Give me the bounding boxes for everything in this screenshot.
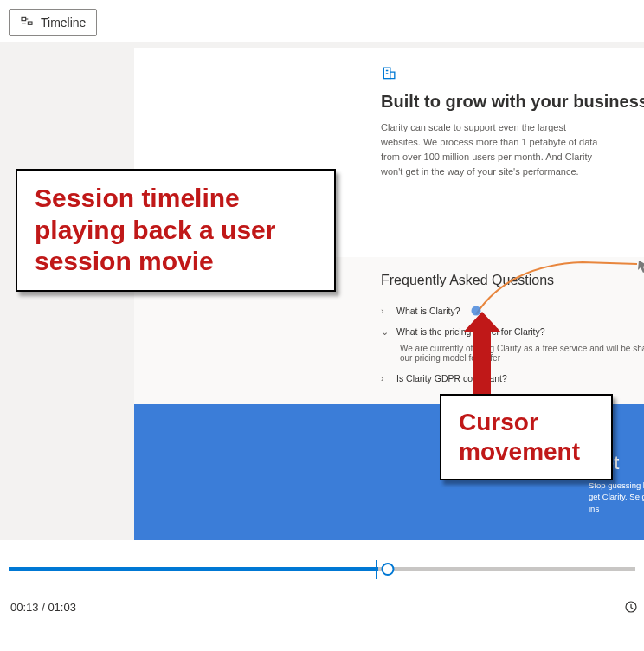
playback-scrubber[interactable] bbox=[9, 561, 635, 578]
total-time: 01:03 bbox=[48, 601, 76, 614]
svg-rect-1 bbox=[28, 22, 32, 24]
cta-subtitle: Stop guessing ho and get Clarity. Se get… bbox=[589, 480, 644, 514]
replay-settings-button[interactable] bbox=[621, 597, 641, 616]
timeline-button-label: Timeline bbox=[41, 16, 86, 29]
faq-item[interactable]: › What is Clarity? bbox=[381, 300, 644, 321]
faq-answer: We are currently offering Clarity as a f… bbox=[381, 342, 644, 368]
faq-question: What is the pricing model for Clarity? bbox=[396, 326, 545, 337]
playback-timecode: 00:13 / 01:03 bbox=[10, 601, 76, 614]
scrubber-event-marker bbox=[376, 560, 377, 579]
scrubber-handle[interactable] bbox=[382, 563, 395, 576]
faq-question: Is Clarity GDPR compliant? bbox=[396, 373, 507, 384]
chevron-right-icon: › bbox=[381, 306, 390, 316]
chevron-right-icon: › bbox=[381, 373, 390, 384]
faq-item[interactable]: ⌄ What is the pricing model for Clarity? bbox=[381, 321, 644, 342]
building-icon bbox=[381, 69, 398, 84]
timeline-icon bbox=[20, 15, 34, 31]
timeline-button[interactable]: Timeline bbox=[9, 9, 97, 36]
annotation-cursor-movement: Cursor movement bbox=[440, 394, 613, 480]
grow-body: Clarity can scale to support even the la… bbox=[381, 120, 606, 179]
scrubber-progress bbox=[9, 567, 378, 571]
faq-item[interactable]: › Is Clarity GDPR compliant? bbox=[381, 368, 644, 389]
chevron-down-icon: ⌄ bbox=[381, 326, 390, 337]
faq-question: What is Clarity? bbox=[396, 306, 460, 316]
svg-rect-0 bbox=[22, 17, 26, 20]
faq-heading: Frequently Asked Questions bbox=[381, 273, 644, 288]
annotation-session-timeline: Session timeline playing back a user ses… bbox=[16, 169, 336, 292]
grow-heading: Built to grow with your business bbox=[381, 92, 644, 112]
current-time: 00:13 bbox=[10, 601, 39, 614]
